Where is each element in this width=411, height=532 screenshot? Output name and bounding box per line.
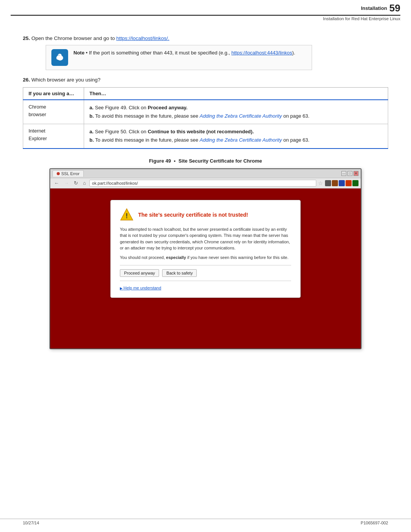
step-25: 25. Open the Chrome browser and go to ht… bbox=[23, 35, 388, 41]
note-box: Note • If the port is something other th… bbox=[46, 45, 312, 70]
svg-point-1 bbox=[58, 54, 62, 58]
note-bird-icon bbox=[54, 52, 65, 63]
figure-number: 49 bbox=[166, 158, 171, 164]
proceed-anyway-button[interactable]: Proceed anyway bbox=[120, 269, 159, 277]
table-row: InternetExplorer a. See Figure 50. Click… bbox=[23, 124, 388, 149]
home-button[interactable]: ⌂ bbox=[81, 180, 88, 186]
page-footer: 10/27/14 P1065697-002 bbox=[0, 519, 411, 525]
ie-link-b[interactable]: Adding the Zebra Certificate Authority bbox=[200, 137, 282, 143]
ext-icon-4 bbox=[346, 180, 352, 186]
ssl-body-p1: You attempted to reach localhost, but th… bbox=[120, 226, 291, 251]
table-col2-header: Then… bbox=[84, 88, 388, 100]
figure-title: Site Security Certificate for Chrome bbox=[178, 158, 262, 164]
ext-icon-2 bbox=[332, 180, 338, 186]
chrome-link-b[interactable]: Adding the Zebra Certificate Authority bbox=[200, 113, 282, 119]
ssl-dialog-header: ! The site's security certificate is not… bbox=[120, 208, 291, 222]
page-header: Installation 59 bbox=[0, 0, 411, 15]
restore-button[interactable]: □ bbox=[347, 171, 352, 176]
ext-icon-3 bbox=[339, 180, 345, 186]
table-cell-ie-actions: a. See Figure 50. Click on Continue to t… bbox=[84, 124, 388, 149]
browser-screenshot: SSL Error — □ ✕ ← → ↻ ⌂ ok.part://localh… bbox=[49, 168, 362, 349]
step-25-text: Open the Chrome browser and go to bbox=[32, 35, 115, 41]
svg-text:!: ! bbox=[126, 212, 128, 220]
section-label: Installation bbox=[361, 5, 387, 11]
minimize-button[interactable]: — bbox=[341, 171, 346, 176]
figure-bullet: • bbox=[172, 158, 177, 164]
ssl-dialog-body: You attempted to reach localhost, but th… bbox=[120, 226, 291, 261]
decision-table: If you are using a… Then… Chromebrowser … bbox=[23, 87, 388, 149]
chrome-action-a: a. See Figure 49. Click on Proceed anywa… bbox=[89, 104, 382, 112]
step-25-link[interactable]: https://localhost/linkos/. bbox=[116, 35, 169, 41]
note-text-content: Note • If the port is something other th… bbox=[73, 49, 295, 57]
table-col1-header: If you are using a… bbox=[23, 88, 84, 100]
main-content: 25. Open the Chrome browser and go to ht… bbox=[0, 23, 411, 364]
ie-action-b: b. To avoid this message in the future, … bbox=[89, 136, 382, 144]
chrome-action-b: b. To avoid this message in the future, … bbox=[89, 112, 382, 120]
header-divider bbox=[11, 15, 400, 16]
help-me-understand-link[interactable]: Help me understand bbox=[120, 286, 161, 290]
footer-date: 10/27/14 bbox=[23, 521, 39, 525]
ssl-body-p2: You should not proceed, especially if yo… bbox=[120, 254, 291, 261]
browser-tab: SSL Error bbox=[53, 170, 84, 177]
figure-caption: Figure 49 • Site Security Certificate fo… bbox=[23, 158, 388, 164]
browser-tab-label: SSL Error bbox=[61, 171, 80, 176]
step-26-num: 26. bbox=[23, 77, 30, 83]
url-bar[interactable]: ok.part://localhost/linkos/ bbox=[89, 180, 316, 187]
ssl-divider-2 bbox=[120, 281, 291, 281]
ext-icon-5 bbox=[352, 180, 358, 186]
step-26-text: Which browser are you using? bbox=[32, 77, 101, 83]
ie-action-a: a. See Figure 50. Click on Continue to t… bbox=[89, 128, 382, 136]
ssl-buttons: Proceed anyway Back to safety bbox=[120, 269, 291, 277]
back-button[interactable]: ← bbox=[53, 180, 61, 186]
browser-body: ! The site's security certificate is not… bbox=[50, 189, 361, 348]
header-subtitle: Installation for Red Hat Enterprise Linu… bbox=[0, 16, 411, 21]
svg-point-2 bbox=[59, 55, 59, 56]
ssl-divider bbox=[120, 265, 291, 265]
step-25-num: 25. bbox=[23, 35, 30, 41]
table-row: Chromebrowser a. See Figure 49. Click on… bbox=[23, 100, 388, 124]
bookmark-icon[interactable]: ☆ bbox=[318, 180, 323, 186]
footer-doc-number: P1065697-002 bbox=[361, 521, 388, 525]
ext-icon-1 bbox=[325, 180, 331, 186]
page-number: 59 bbox=[389, 2, 400, 14]
figure-label: Figure bbox=[149, 158, 165, 164]
table-cell-browser-ie: InternetExplorer bbox=[23, 124, 84, 149]
note-link[interactable]: https://localhost:4443/linkos bbox=[231, 50, 292, 56]
ssl-error-dialog: ! The site's security certificate is not… bbox=[110, 200, 301, 298]
reload-button[interactable]: ↻ bbox=[72, 180, 80, 186]
table-cell-chrome-actions: a. See Figure 49. Click on Proceed anywa… bbox=[84, 100, 388, 124]
close-button[interactable]: ✕ bbox=[354, 171, 358, 176]
extension-icons bbox=[325, 180, 358, 186]
note-icon bbox=[51, 49, 68, 66]
ssl-dialog-title: The site's security certificate is not t… bbox=[138, 212, 248, 218]
window-controls: — □ ✕ bbox=[341, 171, 358, 176]
browser-titlebar: SSL Error — □ ✕ bbox=[50, 169, 361, 178]
browser-toolbar: ← → ↻ ⌂ ok.part://localhost/linkos/ ☆ bbox=[50, 178, 361, 189]
back-to-safety-button[interactable]: Back to safety bbox=[162, 269, 197, 277]
ssl-tab-icon bbox=[57, 172, 60, 175]
ssl-warning-icon: ! bbox=[120, 208, 134, 222]
table-cell-browser-chrome: Chromebrowser bbox=[23, 100, 84, 124]
note-label: Note bbox=[73, 50, 84, 56]
forward-button[interactable]: → bbox=[62, 180, 70, 186]
step-26: 26. Which browser are you using? bbox=[23, 77, 388, 83]
